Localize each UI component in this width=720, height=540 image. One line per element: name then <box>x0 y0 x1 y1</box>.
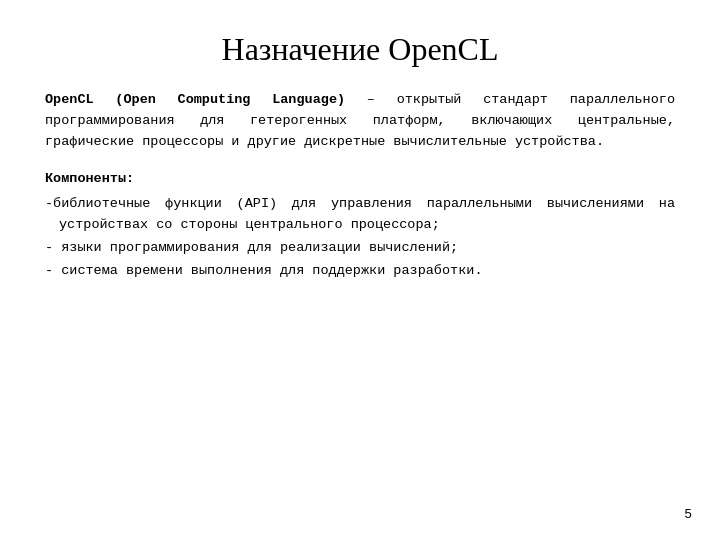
list-item-1: -библиотечные функции (API) для управлен… <box>45 194 675 236</box>
list-item-2-prefix: - <box>45 240 53 255</box>
list-item-3-prefix: - <box>45 263 53 278</box>
paragraph-1: OpenCL (Open Computing Language) – откры… <box>45 90 675 153</box>
list-item-3-text: система времени выполнения для поддержки… <box>53 263 482 278</box>
list-item-3: - система времени выполнения для поддерж… <box>45 261 675 282</box>
page-number: 5 <box>684 507 692 522</box>
components-header: Компоненты: <box>45 169 675 190</box>
opencl-definition-bold: OpenCL (Open Computing Language) <box>45 92 345 107</box>
slide-container: Назначение OpenCL OpenCL (Open Computing… <box>0 0 720 540</box>
slide-title: Назначение OpenCL <box>45 30 675 68</box>
list-item-2-text: языки программирования для реализации вы… <box>53 240 458 255</box>
slide-body: OpenCL (Open Computing Language) – откры… <box>45 90 675 281</box>
list-item-2: - языки программирования для реализации … <box>45 238 675 259</box>
list-item-1-prefix: - <box>45 196 53 211</box>
list-item-1-text: библиотечные функции (API) для управлени… <box>53 196 675 232</box>
